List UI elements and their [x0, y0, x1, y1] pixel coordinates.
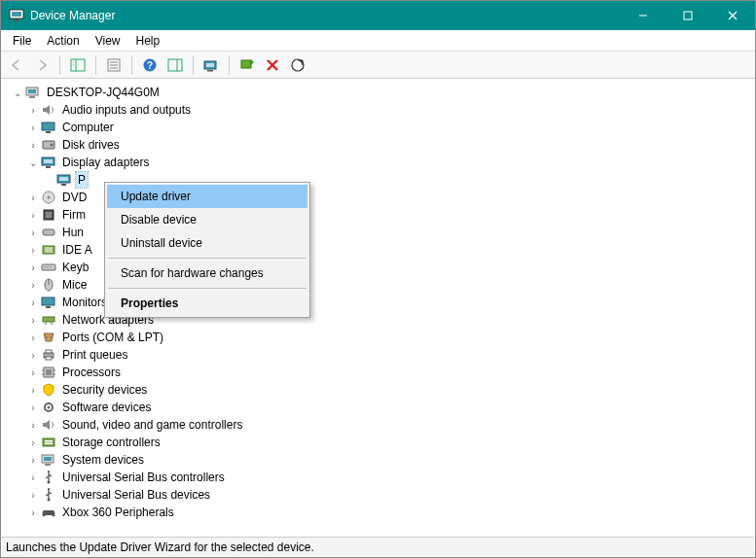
tree-item-label: Universal Serial Bus controllers: [60, 470, 227, 485]
menu-help[interactable]: Help: [128, 32, 168, 50]
context-menu-update-driver[interactable]: Update driver: [107, 185, 307, 208]
system-icon: [41, 452, 56, 468]
menu-file[interactable]: File: [5, 32, 39, 50]
expand-icon[interactable]: ›: [25, 242, 41, 258]
svg-rect-43: [43, 229, 54, 235]
expand-icon[interactable]: ›: [25, 330, 41, 345]
tree-item-processors[interactable]: › Processors: [2, 364, 754, 381]
tree-item-label: Audio inputs and outputs: [60, 102, 193, 118]
gear-icon: [41, 400, 56, 415]
network-icon: [41, 312, 56, 328]
toolbar-separator: [95, 55, 96, 75]
tree-item-audio[interactable]: › Audio inputs and outputs: [2, 101, 754, 119]
menu-action[interactable]: Action: [39, 32, 87, 50]
expand-icon[interactable]: ›: [25, 365, 41, 380]
svg-point-79: [48, 471, 50, 472]
expand-icon[interactable]: ›: [25, 190, 41, 205]
expand-icon[interactable]: ›: [25, 137, 41, 153]
tree-item-display[interactable]: ⌄ Display adapters: [2, 154, 754, 171]
context-menu-separator: [108, 258, 306, 259]
svg-point-81: [48, 488, 50, 490]
expand-icon[interactable]: ›: [25, 295, 41, 310]
usb-icon: [41, 487, 56, 503]
expand-icon[interactable]: ›: [25, 470, 41, 485]
svg-rect-62: [46, 350, 52, 353]
svg-rect-58: [51, 323, 53, 325]
expand-icon[interactable]: ›: [25, 435, 41, 450]
chip-icon: [41, 207, 56, 223]
statusbar: Launches the Update Driver Wizard for th…: [2, 537, 754, 557]
context-menu-scan-hardware[interactable]: Scan for hardware changes: [107, 262, 307, 285]
tree-item-usb-devices[interactable]: › Universal Serial Bus devices: [2, 486, 754, 504]
enable-device-button[interactable]: [235, 54, 259, 76]
expand-icon[interactable]: ›: [25, 225, 41, 240]
expand-icon[interactable]: ›: [25, 382, 41, 398]
svg-rect-21: [207, 70, 213, 72]
expand-icon[interactable]: ›: [25, 260, 41, 275]
action-pane-button[interactable]: [163, 54, 187, 76]
context-menu-uninstall-device[interactable]: Uninstall device: [107, 231, 307, 255]
expand-icon[interactable]: ›: [25, 207, 41, 223]
minimize-button[interactable]: [621, 1, 666, 30]
scan-hardware-button[interactable]: [286, 54, 309, 76]
expand-icon[interactable]: ›: [25, 505, 41, 520]
tree-item-label: Hun: [60, 225, 86, 240]
tree-item-label: Computer: [60, 120, 116, 135]
tree-item-disk[interactable]: › Disk drives: [2, 136, 754, 154]
update-driver-button[interactable]: [199, 54, 223, 76]
tree-item-print-queues[interactable]: › Print queues: [2, 346, 754, 364]
tree-item-security[interactable]: › Security devices: [2, 381, 754, 399]
tree-item-sound[interactable]: › Sound, video and game controllers: [2, 416, 754, 434]
tree-item-software[interactable]: › Software devices: [2, 399, 754, 416]
svg-point-32: [51, 144, 54, 147]
forward-button: [30, 54, 54, 76]
expand-icon[interactable]: ›: [25, 417, 41, 433]
window-title: Device Manager: [30, 9, 621, 22]
tree-item-label: Firm: [60, 207, 88, 223]
context-menu-properties[interactable]: Properties: [107, 292, 307, 315]
expand-icon[interactable]: ›: [25, 102, 41, 118]
help-button[interactable]: ?: [138, 54, 162, 76]
svg-point-71: [48, 406, 51, 409]
svg-rect-48: [42, 264, 55, 270]
statusbar-text: Launches the Update Driver Wizard for th…: [6, 541, 314, 554]
storage-icon: [41, 435, 56, 450]
gamepad-icon: [41, 505, 56, 520]
tree-item-label: Display adapters: [60, 155, 151, 170]
menu-view[interactable]: View: [88, 32, 128, 50]
tree-item-computer[interactable]: › Computer: [2, 119, 754, 136]
tree-item-xbox[interactable]: › Xbox 360 Peripherals: [2, 504, 754, 521]
svg-rect-56: [43, 317, 54, 322]
expand-icon[interactable]: ›: [25, 347, 41, 363]
svg-rect-54: [42, 297, 54, 305]
context-menu-disable-device[interactable]: Disable device: [107, 208, 307, 231]
tree-item-label: Storage controllers: [60, 435, 162, 450]
disk-icon: [41, 137, 56, 153]
expand-icon[interactable]: ›: [25, 312, 41, 328]
expand-icon[interactable]: ›: [25, 452, 41, 468]
collapse-icon[interactable]: ⌄: [10, 85, 25, 100]
svg-rect-72: [43, 438, 54, 446]
tree-item-usb-controllers[interactable]: › Universal Serial Bus controllers: [2, 469, 754, 486]
expand-icon[interactable]: ›: [25, 400, 41, 415]
maximize-button[interactable]: [666, 1, 710, 30]
collapse-icon[interactable]: ⌄: [25, 155, 41, 170]
svg-rect-38: [61, 184, 66, 186]
expand-icon[interactable]: ›: [25, 120, 41, 135]
tree-item-system[interactable]: › System devices: [2, 451, 754, 469]
tree-item-storage[interactable]: › Storage controllers: [2, 434, 754, 451]
tree-item-ports[interactable]: › Ports (COM & LPT): [2, 329, 754, 346]
context-menu-separator: [108, 288, 306, 289]
properties-button[interactable]: [102, 54, 126, 76]
monitor-icon: [41, 295, 56, 310]
svg-point-40: [48, 196, 51, 199]
tree-root-label: DESKTOP-JQ44G0M: [45, 85, 162, 100]
expand-icon[interactable]: ›: [25, 487, 41, 503]
show-hide-console-tree-button[interactable]: [66, 54, 90, 76]
tree-root[interactable]: ⌄ DESKTOP-JQ44G0M: [2, 84, 754, 101]
toolbar-separator: [193, 55, 194, 75]
close-button[interactable]: [710, 1, 755, 30]
expand-icon[interactable]: ›: [25, 277, 41, 293]
uninstall-device-button[interactable]: [261, 54, 284, 76]
svg-point-59: [46, 336, 48, 338]
